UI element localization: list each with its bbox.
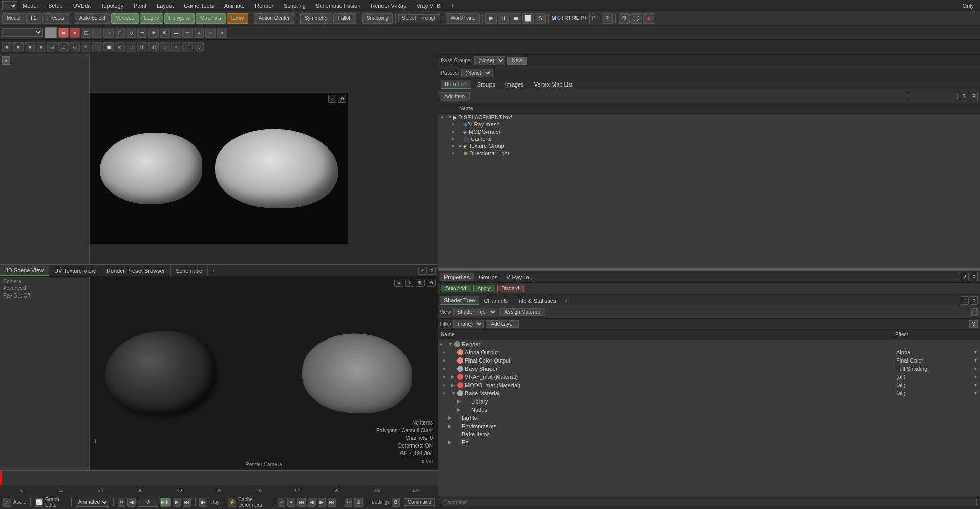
icon-btn-2[interactable]: ■: [13, 42, 24, 52]
icon-btn-11[interactable]: ⊛: [115, 42, 125, 52]
command-input[interactable]: Command: [404, 498, 435, 506]
shape-btn-star[interactable]: ✦: [148, 28, 159, 38]
final-dropdown[interactable]: ▼: [973, 358, 978, 363]
shape-btn-box[interactable]: □: [115, 28, 125, 38]
shader-f-btn[interactable]: F: [970, 308, 978, 316]
shader-s-btn[interactable]: S: [969, 320, 978, 328]
play-pause-btn[interactable]: ▶⏸: [160, 498, 171, 507]
item-row-texture-group[interactable]: ● ▶ ◈ Texture Group: [438, 142, 980, 150]
tab-info-stats[interactable]: Info & Statistics: [513, 296, 560, 305]
icon-btn-9[interactable]: ⬛: [92, 42, 102, 52]
action-center-btn[interactable]: Action Center: [254, 13, 294, 24]
top-viewport-black-area[interactable]: ⤢ ⚙: [90, 93, 348, 244]
shape-btn-plus[interactable]: ⊕: [160, 28, 170, 38]
assign-material-btn[interactable]: Assign Material: [499, 308, 545, 316]
shader-row-base-shader[interactable]: ● Base Shader Full Shading ▼: [438, 365, 980, 373]
color-icon-g[interactable]: ●: [217, 28, 227, 38]
passes-select[interactable]: (None): [461, 69, 493, 77]
pb-icon-5[interactable]: ▶: [318, 498, 326, 507]
polygons-btn[interactable]: Polygons: [164, 13, 195, 24]
settings-icon-1[interactable]: ⚙: [619, 13, 630, 24]
menu-item-scripting[interactable]: Scripting: [279, 2, 311, 10]
shape-btn-rect[interactable]: ▭: [182, 28, 193, 38]
shader-eye-alpha[interactable]: ●: [443, 350, 451, 355]
materials-btn[interactable]: Materials: [196, 13, 226, 24]
cache-deformers-btn[interactable]: ⚡: [228, 498, 236, 507]
zoom-icon[interactable]: 🔍: [416, 279, 425, 287]
step-fwd-btn[interactable]: ▶: [173, 498, 181, 507]
menu-item-render[interactable]: Render: [250, 2, 279, 10]
eye-icon-3[interactable]: ●: [448, 129, 457, 134]
layout-selector[interactable]: Default Layouts: [2, 1, 17, 10]
menu-item-schematic-fusion[interactable]: Schematic Fusion: [311, 2, 366, 10]
filter-select[interactable]: (none): [453, 320, 484, 328]
shader-row-bake-items[interactable]: Bake Items: [438, 430, 980, 438]
settings-play-btn[interactable]: ⚙: [392, 498, 400, 507]
shader-row-modo-mat[interactable]: ● ▶ MODO_mat (Material) (all) ▼: [438, 381, 980, 389]
discard-btn[interactable]: Discard: [497, 285, 524, 292]
render-icon-5[interactable]: S: [535, 13, 546, 24]
tab-groups-props[interactable]: Groups: [475, 273, 501, 281]
icon-btn-15[interactable]: ↕: [160, 42, 170, 52]
select-through-btn[interactable]: Select Through: [398, 14, 440, 22]
icon-btn-18[interactable]: ⬡: [194, 42, 204, 52]
shader-expand-btn[interactable]: ⤢: [961, 296, 969, 305]
eye-icon-5[interactable]: ●: [448, 143, 457, 149]
timeline-playhead[interactable]: [0, 471, 2, 485]
items-btn[interactable]: Items: [227, 13, 248, 24]
menu-item-gametools[interactable]: Game Tools: [179, 2, 219, 10]
icon-btn-7[interactable]: ⚙: [70, 42, 80, 52]
icon-btn-5[interactable]: ⊞: [47, 42, 57, 52]
menu-item-render-vray[interactable]: Render V-Ray: [366, 2, 411, 10]
shader-expand-fx[interactable]: ▶: [448, 440, 454, 445]
eye-icon-6[interactable]: ●: [448, 151, 457, 156]
shader-eye-modo-mat[interactable]: ●: [443, 383, 451, 388]
icon-btn-1[interactable]: ■: [2, 42, 12, 52]
shape-btn-diamond[interactable]: ◇: [126, 28, 136, 38]
expand-icon-1[interactable]: ▼: [447, 115, 453, 120]
skip-end-btn[interactable]: ⏭: [183, 498, 191, 507]
graph-icon[interactable]: 📈: [35, 498, 43, 507]
shader-expand-env[interactable]: ▶: [448, 423, 454, 429]
item-row-displacement[interactable]: ● ▼ ▶ DISPLACEMENT.lxo*: [438, 114, 980, 121]
pb-icon-2[interactable]: ●: [287, 498, 295, 507]
tab-groups[interactable]: Groups: [473, 80, 499, 89]
icon-btn-8[interactable]: ✎: [81, 42, 91, 52]
eye-icon-1[interactable]: ●: [438, 115, 447, 120]
falloff-btn[interactable]: Falloff: [333, 13, 356, 24]
f2-btn[interactable]: F2: [26, 13, 41, 24]
presets-btn[interactable]: Presets: [42, 13, 69, 24]
modo-dropdown[interactable]: ▼: [973, 383, 978, 388]
shader-row-lights[interactable]: ▶ Lights: [438, 414, 980, 422]
shader-row-alpha-output[interactable]: ● Alpha Output Alpha ▼: [438, 348, 980, 356]
pass-groups-select[interactable]: (None): [474, 56, 505, 65]
shape-btn-dot[interactable]: ·: [92, 28, 102, 38]
shader-tree-content[interactable]: ● ▼ Render ● Alpha Output Alpha ▼: [438, 340, 980, 496]
shader-expand-base-mat[interactable]: ▼: [451, 391, 457, 396]
icon-btn-3[interactable]: ■: [25, 42, 35, 52]
color-mode-select[interactable]: RGB color: [2, 28, 43, 37]
eye-icon-4[interactable]: ●: [448, 136, 457, 141]
shader-eye-vray-mat[interactable]: ●: [443, 374, 451, 379]
auto-add-btn[interactable]: Auto Add: [441, 285, 471, 292]
tab-properties[interactable]: Properties: [440, 273, 474, 281]
shape-btn-circle[interactable]: ○: [103, 28, 114, 38]
bottom-vp-expand-btn[interactable]: ⤢: [418, 267, 427, 275]
timeline-bar[interactable]: [0, 471, 438, 485]
edges-btn[interactable]: Edges: [140, 13, 163, 24]
tool-icon-1[interactable]: ●: [2, 56, 10, 65]
viewport-btn-1[interactable]: ⤢: [328, 95, 336, 103]
eye-icon-2[interactable]: ●: [448, 122, 457, 127]
shader-settings-btn[interactable]: ⚙: [970, 296, 978, 305]
menu-item-model[interactable]: Model: [17, 2, 43, 10]
shader-expand-nodes[interactable]: ▶: [457, 407, 463, 412]
tab-schematic[interactable]: Schematic: [171, 265, 207, 276]
shader-expand-modo-mat[interactable]: ▶: [451, 383, 457, 388]
tab-vertex-map-list[interactable]: Vertex Map List: [530, 80, 577, 89]
add-tab-btn[interactable]: +: [208, 267, 219, 275]
menu-item-layout[interactable]: Layout: [152, 2, 179, 10]
workplane-btn[interactable]: WorkPlane: [446, 13, 480, 24]
snapping-btn[interactable]: Snapping: [362, 13, 393, 24]
pb-icon-1[interactable]: ○: [278, 498, 286, 507]
menu-item-animate[interactable]: Animate: [219, 2, 250, 10]
